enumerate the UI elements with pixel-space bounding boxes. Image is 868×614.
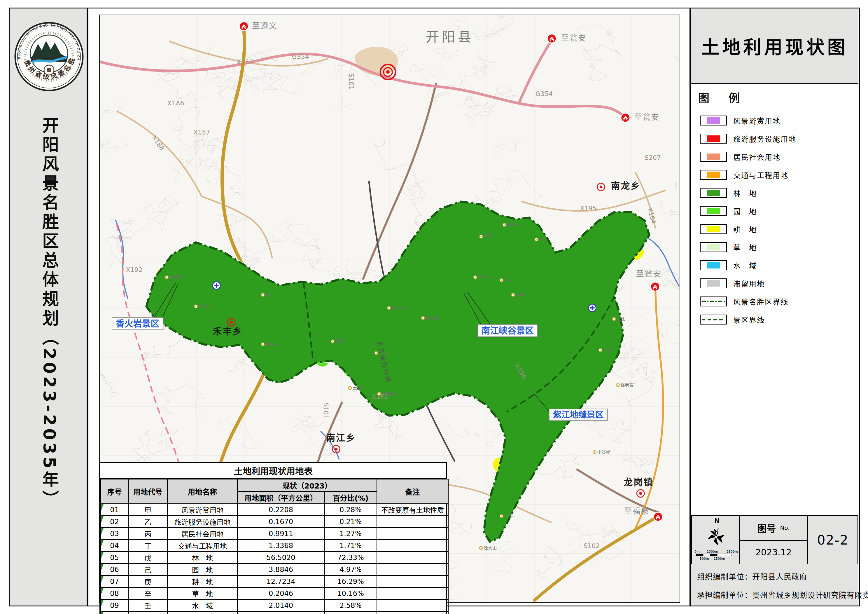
svg-text:1500m: 1500m [714, 557, 725, 561]
direction-label: 至遵义 [252, 21, 277, 30]
contour-line [659, 183, 680, 218]
table-cell [377, 588, 448, 599]
legend-color-swatch [707, 280, 720, 287]
contour-line [117, 209, 170, 260]
table-row: 08辛草 地0.204610.16% [101, 588, 448, 599]
legend-color-swatch [707, 262, 720, 269]
legend-color-swatch [707, 244, 720, 250]
village-label: 卡木屯 [391, 305, 405, 311]
table-cell: 1.3368 [237, 539, 324, 552]
legend-row: 旅游服务设施用地 [700, 129, 855, 148]
legend-swatch-box [700, 134, 727, 144]
contour-line [172, 137, 224, 179]
legend-color-swatch [707, 208, 720, 214]
table-cell: 4.97% [324, 564, 377, 575]
contour-line [293, 238, 322, 268]
table-cell: 草 地 [167, 588, 237, 599]
legend-swatch-box [700, 242, 727, 252]
legend-swatch-box [700, 170, 727, 180]
table-cell: 0.0742 [237, 611, 324, 614]
legend-swatch-box [700, 206, 727, 216]
scenic-label: 紫江地缝景区 [553, 410, 604, 420]
legend-swatch-box [700, 152, 727, 162]
road-orange [635, 288, 663, 528]
legend-label: 景区界线 [733, 314, 765, 325]
table-cell: 甲 [128, 504, 167, 516]
village-label: 格老寨 [620, 382, 634, 387]
legend-label: 滞留用地 [733, 278, 765, 289]
legend-color-swatch [707, 172, 720, 178]
contour-line [158, 426, 178, 450]
table-cell: 风景游赏用地 [167, 504, 237, 516]
table-cell: 2.58% [324, 599, 377, 611]
contour-line [493, 15, 527, 18]
legend-row: 园 地 [700, 202, 855, 220]
direction-label: 至福泉 [624, 507, 649, 516]
contour-line [456, 96, 481, 123]
legend-line-swatch [702, 300, 725, 303]
contour-line [399, 174, 426, 204]
village-marker: 羊午 [500, 514, 513, 519]
table-row: 09壬水 域2.01402.58% [101, 599, 448, 611]
legend-row: 林 地 [700, 184, 855, 202]
village-label: 大山 [539, 237, 548, 242]
direction-badge: 至瓮安 [621, 113, 659, 122]
contour-line [183, 158, 218, 171]
village-marker: 新寨 [331, 339, 344, 344]
col-code: 用地代号 [128, 479, 167, 504]
village-label: 小谷光 [597, 449, 611, 455]
contour-line [302, 249, 369, 278]
table-cell: 16.29% [324, 575, 377, 588]
figure-date-cell: 2023.12 [739, 540, 808, 565]
table-cell: 林 地 [167, 552, 237, 564]
village-label: 下坝 [603, 348, 612, 353]
contour-line [199, 67, 240, 97]
road-label: S101 [348, 73, 355, 90]
map-title-block: 土地利用现状图 [691, 8, 859, 84]
direction-badge: 至福泉 [624, 507, 662, 521]
legend-label: 草 地 [733, 242, 757, 252]
legend-swatch-box [700, 188, 727, 198]
town-marker: 南龙乡 [597, 180, 641, 191]
svg-text:0m: 0m [694, 550, 700, 553]
legend-row: 居民社会用地 [700, 148, 855, 166]
table-cell [377, 599, 448, 611]
table-cell: 乙 [128, 516, 167, 528]
village-marker: 立比 [612, 316, 625, 322]
table-cell [377, 552, 448, 564]
contour-line [657, 319, 680, 344]
table-cell: 居民社会用地 [167, 528, 237, 539]
contour-line [447, 423, 501, 447]
figno-no-en: No. [780, 524, 789, 532]
village-label: 长土 [265, 292, 274, 297]
road-label: G354 [535, 90, 553, 98]
figure-date: 2023.12 [755, 547, 792, 557]
legend-label: 居民社会用地 [733, 151, 781, 162]
contour-line [99, 370, 119, 397]
col-pct: 百分比(%) [324, 491, 377, 504]
table-row: 01甲风景游赏用地0.22080.28%不改变原有土地性质 [101, 504, 448, 516]
table-cell [377, 575, 448, 588]
legend-row: 景区界线 [700, 311, 855, 329]
col-status: 现状（2023） [237, 479, 377, 491]
village-label: 立比 [617, 316, 625, 322]
village-label: 大坝口 [169, 275, 183, 280]
village-marker: 高峰 [512, 292, 524, 297]
figure-number-label-cell: 图号 No. [739, 515, 808, 541]
table-cell: 丁 [128, 539, 167, 552]
table-cell [377, 528, 448, 539]
contour-line [473, 64, 490, 79]
legend-swatch-box [700, 278, 727, 288]
road-label: X157 [194, 129, 210, 136]
table-cell: 水 域 [167, 599, 237, 611]
legend-row: 滞留用地 [700, 274, 855, 292]
village-marker: 格老寨 [616, 382, 634, 387]
table-cell: 07 [101, 575, 128, 588]
village-label: 铜鼓坡 [265, 342, 279, 347]
contour-line [99, 134, 128, 154]
table-cell: 01 [101, 504, 128, 516]
table-cell: 0.9911 [237, 528, 324, 539]
table-row: 10癸滞留用地0.07420.09% [101, 611, 448, 614]
contour-line [536, 547, 563, 578]
legend-swatch-box [700, 297, 727, 306]
